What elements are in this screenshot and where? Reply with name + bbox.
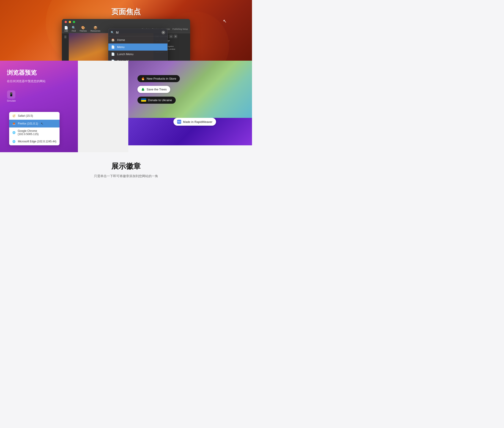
app-window-container: 📄 Add 🔍 Find 🎨 Themes 📦 Resources Simula… — [62, 19, 190, 61]
middle-panel — [78, 61, 128, 152]
safari-icon: 🧭 — [12, 114, 16, 118]
app-window: 📄 Add 🔍 Find 🎨 Themes 📦 Resources Simula… — [62, 19, 190, 61]
hero-section: 页面焦点 重新获得屏幕空间。使用快捷键 (Command-Shift-F) 切换… — [0, 0, 252, 61]
inspector-btn-4[interactable]: ◎ — [169, 34, 173, 38]
badge-new-products[interactable]: 🔥 New Products in Store — [137, 75, 180, 82]
bottom-section: 浏览器预览 在任何浏览器中预览您的网站 📱 Simulate 🧭 Safari … — [0, 61, 252, 152]
rapidweaver-icon: RW — [177, 120, 181, 124]
badge-donate-ukraine[interactable]: Donate to Ukraine — [137, 97, 176, 104]
chrome-icon: 🌐 — [12, 131, 16, 135]
firefox-icon: 🦊 — [12, 122, 16, 126]
toolbar-resources[interactable]: 📦 Resources — [91, 26, 100, 32]
app-sidebar: ☰ — [62, 33, 69, 61]
hero-title: 页面焦点 — [111, 7, 141, 17]
edge-icon: 🌐 — [12, 139, 16, 143]
publishing-setup-label[interactable]: Publishing Setup — [172, 28, 188, 30]
showcase-title: 展示徽章 — [5, 161, 248, 172]
traffic-light-yellow[interactable] — [69, 21, 71, 23]
browser-preview-subtitle: 在任何浏览器中预览您的网站 — [7, 79, 71, 83]
resources-icon: 📦 — [94, 26, 97, 30]
browser-item-firefox[interactable]: 🦊 Firefox (101.0.1) ↖ — [9, 120, 60, 127]
search-icon: 🔍 — [111, 31, 114, 34]
browser-preview-panel: 浏览器预览 在任何浏览器中预览您的网站 📱 Simulate 🧭 Safari … — [0, 61, 78, 152]
add-icon: 📄 — [64, 26, 68, 30]
drinks-menu-icon: 📄 — [111, 59, 115, 61]
browser-dropdown-widget: 🧭 Safari (15.5) 🦊 Firefox (101.0.1) ↖ 🌐 … — [7, 112, 71, 148]
badges-purple-bottom: RW Made in RapidWeaver — [128, 118, 252, 145]
search-input[interactable] — [116, 31, 160, 34]
simulate-button[interactable]: 📱 Simulate — [7, 91, 16, 102]
dropdown-item-home[interactable]: 🏠 Home — [108, 36, 167, 43]
search-input-row: 🔍 ✕ — [108, 29, 167, 36]
dropdown-item-drinks-menu[interactable]: 📄 Drinks Menu — [108, 58, 167, 61]
home-icon: 🏠 — [111, 38, 115, 42]
browser-item-edge[interactable]: 🌐 Microsoft Edge (102.0.1245.44) — [9, 138, 60, 145]
fire-emoji: 🔥 — [141, 77, 145, 80]
browser-item-chrome[interactable]: 🌐 Google Chrome (102.0.5005.115) — [9, 127, 60, 138]
toolbar-themes[interactable]: 🎨 Themes — [79, 26, 87, 32]
badges-outer: 🔥 New Products in Store 🌲 Save the Trees… — [128, 61, 252, 152]
find-icon: 🔍 — [72, 26, 76, 30]
showcase-section: 展示徽章 只需单击一下即可将徽章添加到您网站的一角 — [0, 152, 252, 183]
hamburger-icon[interactable]: ☰ — [64, 35, 67, 39]
browser-dropdown: 🧭 Safari (15.5) 🦊 Firefox (101.0.1) ↖ 🌐 … — [9, 112, 60, 145]
search-dropdown: 🔍 ✕ 🏠 Home 📄 Menu 📄 Lunch Menu — [108, 29, 168, 61]
inspector-btn-5[interactable]: ⚙ — [174, 34, 177, 38]
browser-item-safari[interactable]: 🧭 Safari (15.5) — [9, 112, 60, 120]
badges-gradient-bg: 🔥 New Products in Store 🌲 Save the Trees… — [128, 61, 252, 118]
dropdown-item-menu[interactable]: 📄 Menu — [108, 43, 167, 50]
tree-emoji: 🌲 — [141, 88, 145, 91]
simulate-icon: 📱 — [7, 91, 15, 99]
menu-doc-icon: 📄 — [111, 45, 115, 49]
simulate-controls: 📱 Simulate — [7, 91, 71, 102]
toolbar-find[interactable]: 🔍 Find — [72, 26, 76, 32]
cursor-icon: ↖ — [223, 18, 227, 24]
app-content-area: ☰ ⊞ ⊟ ⊠ ◎ ⚙ General Settings Draft — [62, 33, 190, 61]
browser-cursor: ↖ — [41, 122, 43, 125]
dropdown-item-lunch-menu[interactable]: 📄 Lunch Menu — [108, 50, 167, 58]
toolbar-add[interactable]: 📄 Add — [64, 26, 68, 32]
showcase-subtitle: 只需单击一下即可将徽章添加到您网站的一角 — [5, 174, 248, 179]
lunch-menu-icon: 📄 — [111, 52, 115, 56]
badge-save-trees[interactable]: 🌲 Save the Trees — [137, 86, 170, 93]
search-clear-button[interactable]: ✕ — [162, 31, 165, 34]
browser-preview-title: 浏览器预览 — [7, 69, 71, 77]
badge-rapidweaver[interactable]: RW Made in RapidWeaver — [173, 118, 216, 126]
ukraine-flag-icon — [141, 99, 146, 102]
themes-icon: 🎨 — [81, 26, 85, 30]
traffic-light-green[interactable] — [73, 21, 75, 23]
traffic-light-red[interactable] — [65, 21, 67, 23]
app-titlebar — [62, 19, 190, 25]
